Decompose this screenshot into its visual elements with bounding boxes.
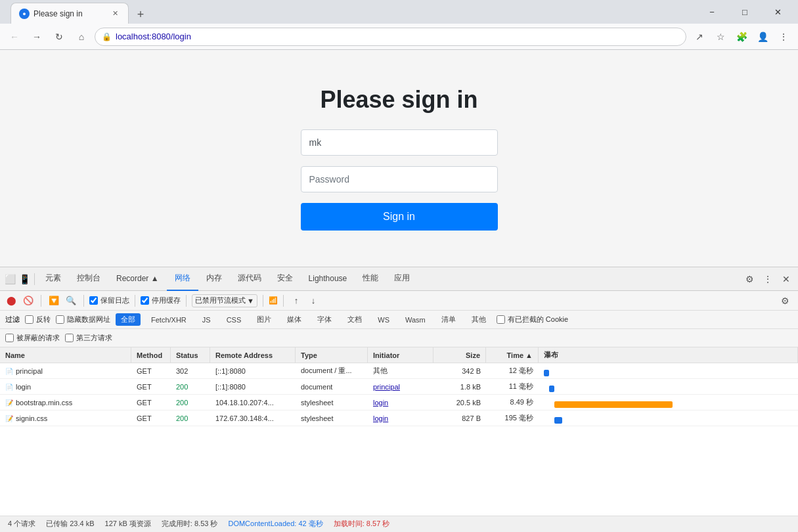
menu-button[interactable]: ⋮ bbox=[774, 28, 793, 46]
filter-doc[interactable]: 文档 bbox=[342, 313, 367, 326]
filter-media[interactable]: 媒体 bbox=[282, 313, 307, 326]
col-header-name[interactable]: Name bbox=[0, 347, 131, 363]
devtools-status-bar: 4 个请求 已传输 23.4 kB 127 kB 项资源 完成用时: 8.53 … bbox=[0, 516, 798, 531]
tab-recorder[interactable]: Recorder ▲ bbox=[108, 267, 167, 291]
address-input-wrap[interactable]: 🔒 localhost:8080/login bbox=[95, 28, 686, 46]
filter-all[interactable]: 全部 bbox=[116, 313, 141, 326]
back-button[interactable]: ← bbox=[5, 28, 24, 46]
requests-count: 4 个请求 bbox=[8, 519, 35, 529]
tab-memory[interactable]: 内存 bbox=[198, 267, 230, 291]
record-button[interactable]: ⬤ bbox=[4, 294, 18, 308]
filter-ws[interactable]: WS bbox=[372, 315, 395, 325]
row-name-bootstrap: 📝bootstrap.min.css bbox=[0, 399, 131, 407]
network-settings-icon[interactable]: ⚙ bbox=[776, 292, 794, 310]
clear-button[interactable]: 🚫 bbox=[21, 294, 35, 308]
hide-data-urls-checkbox[interactable]: 隐藏数据网址 bbox=[56, 315, 110, 324]
filter-css[interactable]: CSS bbox=[221, 315, 247, 325]
reverse-filter-checkbox[interactable]: 反转 bbox=[25, 315, 51, 324]
devtools-more-icon[interactable]: ⋮ bbox=[759, 270, 777, 288]
col-header-waterfall[interactable]: 瀑布 bbox=[539, 347, 798, 363]
row-status-signin: 200 bbox=[171, 414, 210, 422]
close-button[interactable]: ✕ bbox=[763, 1, 793, 22]
bookmark-button[interactable]: ☆ bbox=[711, 28, 730, 46]
tab-security[interactable]: 安全 bbox=[269, 267, 301, 291]
table-row[interactable]: 📝bootstrap.min.css GET 200 104.18.10.207… bbox=[0, 395, 798, 410]
table-row[interactable]: 📝signin.css GET 200 172.67.30.148:4... s… bbox=[0, 410, 798, 426]
row-initiator-login[interactable]: principal bbox=[368, 383, 433, 391]
filter-bar: 过滤 反转 隐藏数据网址 全部 Fetch/XHR JS CSS 图片 媒体 字… bbox=[0, 311, 798, 329]
tab-lighthouse[interactable]: Lighthouse bbox=[301, 267, 355, 291]
new-tab-button[interactable]: + bbox=[131, 5, 150, 24]
table-row[interactable]: 📄principal GET 302 [::1]:8080 document /… bbox=[0, 363, 798, 379]
tab-elements[interactable]: 元素 bbox=[37, 267, 69, 291]
devtools-inspect-icon[interactable]: ⬜ bbox=[3, 272, 17, 286]
sign-in-button[interactable]: Sign in bbox=[301, 203, 498, 231]
devtools-close-icon[interactable]: ✕ bbox=[777, 270, 795, 288]
filter-button[interactable]: 🔽 bbox=[47, 294, 61, 308]
home-button[interactable]: ⌂ bbox=[72, 28, 91, 46]
share-button[interactable]: ↗ bbox=[690, 28, 709, 46]
file-icon: 📄 bbox=[5, 368, 13, 375]
browser-tab[interactable]: ● Please sign in ✕ bbox=[11, 3, 129, 24]
reload-button[interactable]: ↻ bbox=[50, 28, 68, 46]
row-name-login: 📄login bbox=[0, 383, 131, 391]
tab-console[interactable]: 控制台 bbox=[69, 267, 108, 291]
import-button[interactable]: ↑ bbox=[289, 294, 303, 308]
row-name-signin: 📝signin.css bbox=[0, 414, 131, 422]
col-header-type[interactable]: Type bbox=[296, 347, 368, 363]
close-tab-button[interactable]: ✕ bbox=[110, 9, 120, 19]
filter-other[interactable]: 其他 bbox=[466, 313, 491, 326]
row-initiator-principal: 其他 bbox=[368, 366, 433, 376]
forward-button[interactable]: → bbox=[28, 28, 46, 46]
row-status-bootstrap: 200 bbox=[171, 399, 210, 407]
filter-fetch-xhr[interactable]: Fetch/XHR bbox=[146, 315, 192, 325]
tab-application[interactable]: 应用 bbox=[386, 267, 418, 291]
preserve-log-checkbox[interactable]: 保留日志 bbox=[89, 296, 129, 305]
col-header-initiator[interactable]: Initiator bbox=[368, 347, 433, 363]
export-button[interactable]: ↓ bbox=[306, 294, 321, 308]
row-time-login: 11 毫秒 bbox=[486, 382, 539, 391]
throttle-dropdown[interactable]: 已禁用节流模式 ▼ bbox=[192, 294, 257, 307]
col-header-time[interactable]: Time ▲ bbox=[486, 347, 539, 363]
transferred-size: 已传输 23.4 kB bbox=[46, 519, 94, 529]
col-header-remote[interactable]: Remote Address bbox=[210, 347, 296, 363]
col-header-status[interactable]: Status bbox=[171, 347, 210, 363]
filter-img[interactable]: 图片 bbox=[252, 313, 277, 326]
blocked-requests-checkbox[interactable]: 被屏蔽的请求 bbox=[5, 333, 60, 343]
devtools-device-icon[interactable]: 📱 bbox=[17, 272, 32, 286]
tab-network[interactable]: 网络 bbox=[167, 267, 198, 291]
filter-js[interactable]: JS bbox=[197, 315, 216, 325]
has-cookie-checkbox[interactable]: 有已拦截的 Cookie bbox=[497, 315, 568, 324]
col-header-size[interactable]: Size bbox=[433, 347, 486, 363]
row-initiator-bootstrap[interactable]: login bbox=[368, 399, 433, 407]
filter-wasm[interactable]: Wasm bbox=[400, 315, 431, 325]
waterfall-bar bbox=[544, 370, 549, 376]
filter-manifest[interactable]: 清单 bbox=[436, 313, 461, 326]
col-header-method[interactable]: Method bbox=[131, 347, 171, 363]
file-icon: 📄 bbox=[5, 384, 13, 391]
tab-title: Please sign in bbox=[33, 9, 106, 18]
maximize-button[interactable]: □ bbox=[730, 1, 760, 22]
page-title: Please sign in bbox=[320, 86, 477, 114]
profile-button[interactable]: 👤 bbox=[753, 28, 772, 46]
extensions-button[interactable]: 🧩 bbox=[732, 28, 751, 46]
row-initiator-signin[interactable]: login bbox=[368, 414, 433, 422]
devtools-settings-icon[interactable]: ⚙ bbox=[740, 270, 759, 288]
load-time: 加载时间: 8.57 秒 bbox=[334, 519, 390, 529]
address-bar: ← → ↻ ⌂ 🔒 localhost:8080/login ↗ ☆ 🧩 👤 ⋮ bbox=[0, 24, 798, 50]
file-icon: 📝 bbox=[5, 399, 13, 407]
third-party-checkbox[interactable]: 第三方请求 bbox=[65, 333, 112, 343]
disable-cache-checkbox[interactable]: 停用缓存 bbox=[141, 296, 181, 305]
tab-sources[interactable]: 源代码 bbox=[230, 267, 269, 291]
filter-font[interactable]: 字体 bbox=[312, 313, 337, 326]
address-actions: ↗ ☆ 🧩 👤 ⋮ bbox=[690, 28, 793, 46]
tab-performance[interactable]: 性能 bbox=[355, 267, 386, 291]
table-row[interactable]: 📄login GET 200 [::1]:8080 document princ… bbox=[0, 379, 798, 395]
minimize-button[interactable]: − bbox=[697, 1, 727, 22]
username-input[interactable] bbox=[301, 129, 498, 156]
toolbar-divider-5 bbox=[263, 295, 263, 307]
row-time-signin: 195 毫秒 bbox=[486, 413, 539, 423]
search-button[interactable]: 🔍 bbox=[64, 294, 78, 308]
password-input[interactable] bbox=[301, 166, 498, 192]
row-type-signin: stylesheet bbox=[296, 414, 368, 422]
